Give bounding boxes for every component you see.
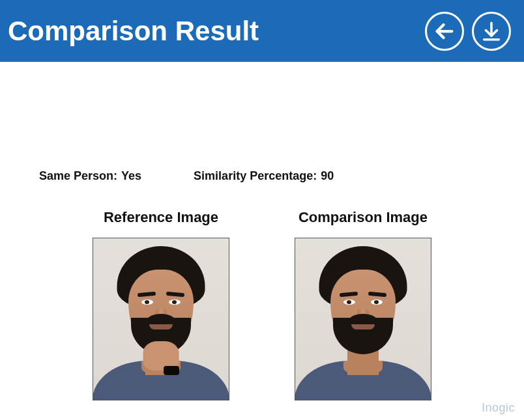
similarity-field: Similarity Percentage: 90 (194, 169, 334, 183)
similarity-value: 90 (321, 169, 334, 183)
content-area: Same Person: Yes Similarity Percentage: … (0, 62, 524, 400)
similarity-label: Similarity Percentage: (194, 169, 317, 183)
back-button[interactable] (425, 12, 464, 51)
download-icon (480, 20, 502, 42)
page-title: Comparison Result (8, 16, 259, 47)
reference-image-block: Reference Image (93, 209, 229, 400)
download-button[interactable] (472, 12, 511, 51)
comparison-image-title: Comparison Image (298, 209, 428, 226)
reference-image (93, 238, 229, 400)
header-bar: Comparison Result (0, 0, 524, 62)
arrow-left-icon (433, 20, 456, 42)
reference-image-title: Reference Image (104, 209, 218, 226)
comparison-image-block: Comparison Image (295, 209, 431, 400)
watermark-text: Inogic (482, 401, 515, 415)
header-actions (425, 12, 511, 51)
images-row: Reference Image (39, 209, 485, 400)
same-person-value: Yes (121, 169, 141, 183)
comparison-image (295, 238, 431, 400)
same-person-label: Same Person: (39, 169, 117, 183)
result-info-row: Same Person: Yes Similarity Percentage: … (39, 169, 485, 183)
same-person-field: Same Person: Yes (39, 169, 141, 183)
